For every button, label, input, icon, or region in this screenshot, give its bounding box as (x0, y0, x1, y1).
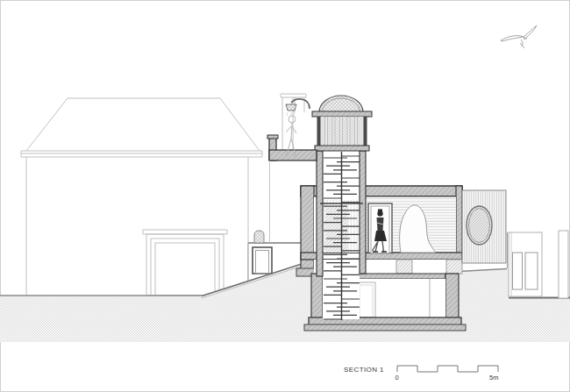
scale-zero-label: 0 (395, 374, 399, 381)
architectural-section-drawing: SECTION 1 0 5m (0, 0, 570, 392)
parapet-coping (267, 135, 278, 139)
basement-ceiling (358, 274, 445, 279)
timber-end-facade (462, 190, 506, 263)
foundation-pad (396, 260, 412, 274)
basement-west-wall (311, 274, 323, 323)
scale-end-label: 5m (489, 374, 498, 381)
window (513, 253, 523, 289)
shaft-east-wall (360, 151, 366, 274)
shaft-west-wall (317, 151, 323, 276)
east-wall (456, 186, 462, 260)
oval-window (467, 206, 492, 245)
basement-east-wall (445, 274, 459, 323)
cupola-sill (315, 146, 369, 151)
bollard (254, 231, 264, 243)
section-label: SECTION 1 (344, 366, 384, 374)
terrace-slab (269, 150, 317, 160)
foundation-pad (446, 260, 462, 274)
section-drawing-svg: SECTION 1 0 5m (0, 0, 570, 392)
neighbour-building (508, 231, 569, 298)
basement-footing (304, 324, 466, 331)
cupola-cornice (312, 111, 372, 117)
window (525, 253, 538, 289)
boundary-post (559, 231, 568, 298)
